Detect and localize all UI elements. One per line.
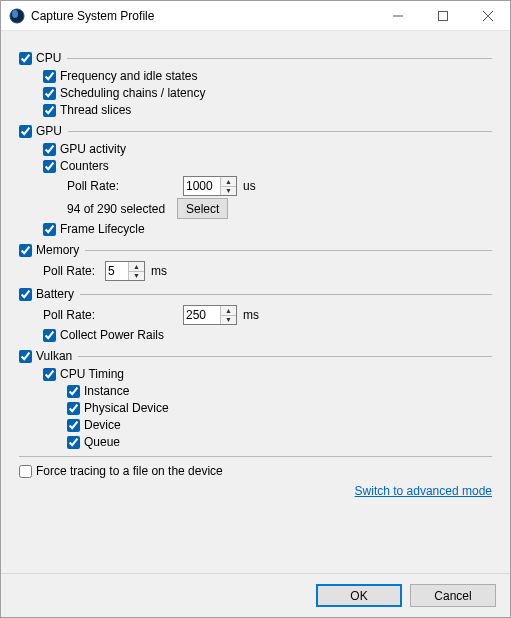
- cpu-group: CPU Frequency and idle states Scheduling…: [19, 49, 492, 118]
- dialog-footer: OK Cancel: [1, 573, 510, 617]
- minimize-button[interactable]: [375, 1, 420, 31]
- memory-poll-label: Poll Rate:: [43, 264, 99, 278]
- cpu-label: CPU: [36, 50, 61, 66]
- ok-button[interactable]: OK: [316, 584, 402, 607]
- cpu-sched-checkbox[interactable]: Scheduling chains / latency: [19, 85, 492, 101]
- vulkan-physical-device-checkbox[interactable]: Physical Device: [19, 400, 492, 416]
- memory-group: Memory Poll Rate: ▲▼ ms: [19, 241, 492, 281]
- divider: [85, 250, 492, 251]
- cancel-button[interactable]: Cancel: [410, 584, 496, 607]
- spin-down-icon[interactable]: ▼: [129, 272, 144, 281]
- battery-power-rails-checkbox[interactable]: Collect Power Rails: [19, 327, 492, 343]
- spin-down-icon[interactable]: ▼: [221, 316, 236, 325]
- divider: [78, 356, 492, 357]
- cpu-freq-label: Frequency and idle states: [60, 68, 197, 84]
- cpu-slices-checkbox[interactable]: Thread slices: [19, 102, 492, 118]
- gpu-checkbox[interactable]: GPU: [19, 123, 62, 139]
- gpu-label: GPU: [36, 123, 62, 139]
- vulkan-checkbox[interactable]: Vulkan: [19, 348, 72, 364]
- vulkan-cpu-timing-checkbox[interactable]: CPU Timing: [19, 366, 492, 382]
- memory-checkbox[interactable]: Memory: [19, 242, 79, 258]
- memory-poll-input[interactable]: [106, 262, 128, 280]
- vulkan-device-checkbox[interactable]: Device: [19, 417, 492, 433]
- divider: [67, 58, 492, 59]
- gpu-counters-checkbox[interactable]: Counters: [19, 158, 492, 174]
- svg-point-1: [12, 10, 18, 18]
- vulkan-instance-label: Instance: [84, 383, 129, 399]
- battery-poll-spinner[interactable]: ▲▼: [183, 305, 237, 325]
- cpu-sched-label: Scheduling chains / latency: [60, 85, 205, 101]
- force-trace-label: Force tracing to a file on the device: [36, 463, 223, 479]
- gpu-frame-lifecycle-label: Frame Lifecycle: [60, 221, 145, 237]
- gpu-poll-label: Poll Rate:: [67, 179, 123, 193]
- memory-label: Memory: [36, 242, 79, 258]
- cpu-checkbox[interactable]: CPU: [19, 50, 61, 66]
- gpu-counters-label: Counters: [60, 158, 109, 174]
- gpu-poll-unit: us: [243, 179, 256, 193]
- gpu-selected-text: 94 of 290 selected: [67, 202, 171, 216]
- gpu-select-button[interactable]: Select: [177, 198, 228, 219]
- gpu-frame-lifecycle-checkbox[interactable]: Frame Lifecycle: [19, 221, 492, 237]
- cpu-slices-label: Thread slices: [60, 102, 131, 118]
- battery-poll-input[interactable]: [184, 306, 220, 324]
- spin-up-icon[interactable]: ▲: [221, 177, 236, 187]
- cpu-freq-checkbox[interactable]: Frequency and idle states: [19, 68, 492, 84]
- divider: [80, 294, 492, 295]
- vulkan-cpu-timing-label: CPU Timing: [60, 366, 124, 382]
- divider: [68, 131, 492, 132]
- battery-power-rails-label: Collect Power Rails: [60, 327, 164, 343]
- memory-poll-unit: ms: [151, 264, 167, 278]
- force-trace-checkbox[interactable]: Force tracing to a file on the device: [19, 463, 492, 479]
- gpu-poll-spinner[interactable]: ▲▼: [183, 176, 237, 196]
- titlebar: Capture System Profile: [1, 1, 510, 31]
- battery-checkbox[interactable]: Battery: [19, 286, 74, 302]
- gpu-group: GPU GPU activity Counters Poll Rate: ▲▼ …: [19, 122, 492, 237]
- maximize-button[interactable]: [420, 1, 465, 31]
- vulkan-instance-checkbox[interactable]: Instance: [19, 383, 492, 399]
- spin-up-icon[interactable]: ▲: [221, 306, 236, 316]
- battery-group: Battery Poll Rate: ▲▼ ms Collect Power R…: [19, 285, 492, 343]
- battery-label: Battery: [36, 286, 74, 302]
- dialog-body: CPU Frequency and idle states Scheduling…: [1, 31, 510, 573]
- vulkan-group: Vulkan CPU Timing Instance Physical Devi…: [19, 347, 492, 450]
- spin-down-icon[interactable]: ▼: [221, 187, 236, 196]
- window-title: Capture System Profile: [31, 9, 154, 23]
- spin-up-icon[interactable]: ▲: [129, 262, 144, 272]
- vulkan-physical-device-label: Physical Device: [84, 400, 169, 416]
- divider: [19, 456, 492, 457]
- vulkan-label: Vulkan: [36, 348, 72, 364]
- dialog-window: Capture System Profile CPU Frequency and…: [0, 0, 511, 618]
- close-button[interactable]: [465, 1, 510, 31]
- vulkan-queue-checkbox[interactable]: Queue: [19, 434, 492, 450]
- gpu-activity-checkbox[interactable]: GPU activity: [19, 141, 492, 157]
- memory-poll-spinner[interactable]: ▲▼: [105, 261, 145, 281]
- battery-poll-unit: ms: [243, 308, 259, 322]
- svg-rect-3: [438, 11, 447, 20]
- app-icon: [9, 8, 25, 24]
- switch-advanced-link[interactable]: Switch to advanced mode: [355, 484, 492, 498]
- vulkan-device-label: Device: [84, 417, 121, 433]
- gpu-activity-label: GPU activity: [60, 141, 126, 157]
- battery-poll-label: Poll Rate:: [43, 308, 99, 322]
- vulkan-queue-label: Queue: [84, 434, 120, 450]
- gpu-poll-input[interactable]: [184, 177, 220, 195]
